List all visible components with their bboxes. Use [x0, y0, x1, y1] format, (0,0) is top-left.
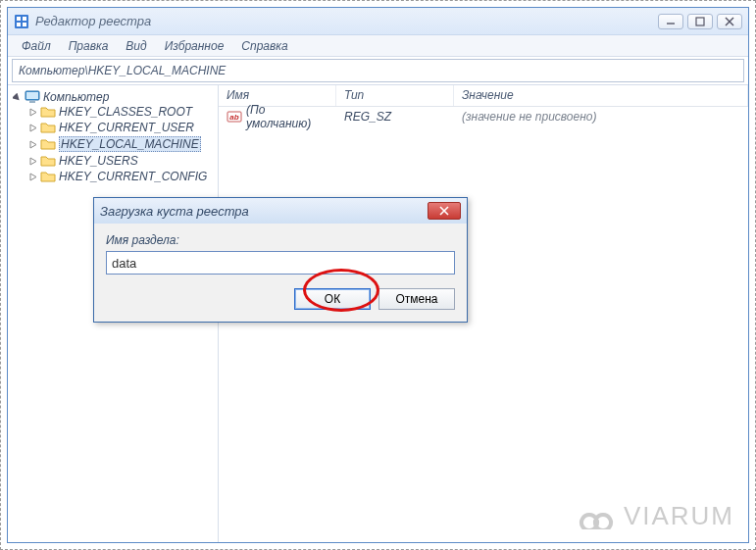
watermark-logo-icon: [575, 500, 618, 532]
window-controls: [658, 14, 742, 29]
column-value[interactable]: Значение: [454, 85, 748, 106]
folder-icon: [40, 154, 56, 168]
cell-name: ab (По умолчанию): [219, 103, 336, 130]
menubar: Файл Правка Вид Избранное Справка: [8, 35, 748, 57]
computer-icon: [25, 90, 40, 104]
dialog-body: Имя раздела: ОК Отмена: [94, 224, 467, 322]
maximize-button[interactable]: [687, 14, 713, 29]
cell-name-text: (По умолчанию): [246, 103, 328, 130]
watermark: VIARUM: [575, 500, 734, 532]
address-bar[interactable]: Компьютер\HKEY_LOCAL_MACHINE: [12, 59, 744, 82]
address-path: Компьютер\HKEY_LOCAL_MACHINE: [19, 64, 226, 77]
tree-item-hkcc[interactable]: HKEY_CURRENT_CONFIG: [27, 170, 216, 183]
twisty-collapsed-icon[interactable]: [27, 172, 37, 181]
twisty-expanded-icon[interactable]: [12, 92, 22, 102]
menu-file[interactable]: Файл: [14, 37, 59, 55]
menu-edit[interactable]: Правка: [61, 37, 117, 55]
tree-item-label: HKEY_USERS: [59, 154, 138, 168]
tree-item-label: HKEY_CURRENT_CONFIG: [59, 170, 207, 183]
menu-view[interactable]: Вид: [118, 37, 154, 55]
svg-rect-11: [29, 101, 35, 103]
twisty-collapsed-icon[interactable]: [27, 139, 37, 149]
menu-help[interactable]: Справка: [233, 37, 295, 55]
twisty-collapsed-icon[interactable]: [27, 123, 37, 132]
titlebar: Редактор реестра: [8, 8, 748, 35]
dialog-title: Загрузка куста реестра: [100, 204, 428, 219]
svg-rect-10: [26, 92, 38, 99]
svg-rect-1: [17, 17, 21, 21]
svg-text:ab: ab: [229, 113, 238, 122]
key-name-input[interactable]: [106, 251, 455, 275]
tree-root-label: Компьютер: [43, 90, 109, 104]
tree-item-hklm[interactable]: HKEY_LOCAL_MACHINE: [27, 136, 216, 152]
cell-type: REG_SZ: [336, 110, 454, 124]
close-button[interactable]: [717, 14, 742, 29]
dialog-buttons: ОК Отмена: [106, 288, 455, 310]
tree-item-label: HKEY_CLASSES_ROOT: [59, 105, 192, 119]
cell-value: (значение не присвоено): [454, 110, 748, 124]
svg-rect-2: [23, 17, 26, 21]
folder-icon: [40, 170, 56, 183]
app-icon: [14, 14, 29, 29]
svg-rect-4: [23, 23, 26, 26]
list-row[interactable]: ab (По умолчанию) REG_SZ (значение не пр…: [219, 107, 748, 126]
tree-item-hkcr[interactable]: HKEY_CLASSES_ROOT: [27, 105, 216, 119]
folder-icon: [40, 137, 56, 151]
folder-icon: [40, 105, 56, 119]
tree-item-label: HKEY_LOCAL_MACHINE: [59, 136, 201, 152]
tree-item-hkcu[interactable]: HKEY_CURRENT_USER: [27, 121, 216, 134]
column-type[interactable]: Тип: [336, 85, 454, 106]
dialog-label: Имя раздела:: [106, 233, 455, 247]
ok-button[interactable]: ОК: [294, 288, 371, 310]
svg-rect-3: [17, 23, 21, 26]
watermark-text: VIARUM: [624, 501, 734, 531]
folder-icon: [40, 121, 56, 134]
tree-item-label: HKEY_CURRENT_USER: [59, 121, 194, 134]
minimize-button[interactable]: [658, 14, 683, 29]
dialog-close-button[interactable]: [428, 202, 461, 220]
window-title: Редактор реестра: [35, 14, 658, 28]
svg-rect-6: [696, 18, 704, 25]
string-value-icon: ab: [227, 110, 242, 124]
dialog-titlebar: Загрузка куста реестра: [94, 198, 467, 224]
twisty-collapsed-icon[interactable]: [27, 107, 37, 117]
load-hive-dialog: Загрузка куста реестра Имя раздела: ОК О…: [93, 197, 468, 323]
twisty-collapsed-icon[interactable]: [27, 156, 37, 166]
tree-item-hku[interactable]: HKEY_USERS: [27, 154, 216, 168]
menu-favorites[interactable]: Избранное: [157, 37, 232, 55]
tree-root[interactable]: Компьютер: [12, 90, 216, 104]
cancel-button[interactable]: Отмена: [378, 288, 455, 310]
screenshot-frame: Редактор реестра Файл Правка Вид Избранн…: [0, 0, 756, 550]
